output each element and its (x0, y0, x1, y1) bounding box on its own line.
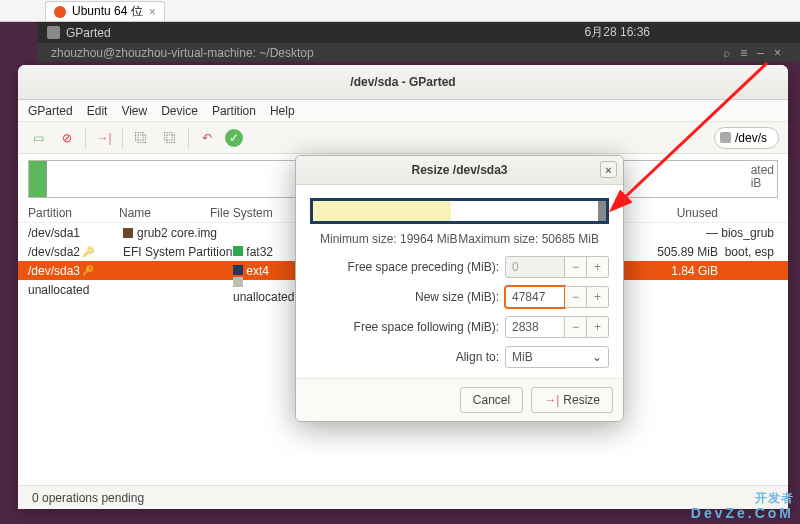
decrement-button[interactable]: − (565, 286, 587, 308)
min-size-label: Minimum size: 19964 MiB (320, 232, 457, 246)
increment-button[interactable]: + (587, 286, 609, 308)
disk-right-l2: iB (751, 177, 774, 190)
apply-icon[interactable]: ✓ (225, 129, 243, 147)
browser-tab[interactable]: Ubuntu 64 位 × (45, 1, 165, 21)
newsize-input[interactable] (505, 286, 565, 308)
menu-partition[interactable]: Partition (212, 104, 256, 118)
key-icon: 🔑 (82, 265, 94, 276)
device-selector[interactable]: /dev/s (714, 127, 779, 149)
fs-label: fat32 (246, 245, 273, 259)
partition-used: 1.84 GiB (612, 264, 718, 278)
menu-icon[interactable]: ≡ (740, 46, 747, 60)
cancel-button[interactable]: Cancel (460, 387, 523, 413)
partition-used: — (612, 226, 718, 240)
max-size-label: Maximum size: 50685 MiB (458, 232, 599, 246)
search-icon[interactable]: ⌕ (723, 46, 730, 60)
watermark-en: DevZe.CoM (691, 506, 794, 520)
ubuntu-top-bar: GParted 6月28 16:36 (37, 22, 800, 43)
paste-icon[interactable]: ⿻ (159, 127, 181, 149)
arrow-right-icon: →| (544, 393, 559, 407)
new-partition-icon[interactable]: ▭ (27, 127, 49, 149)
partition-used: 505.89 MiB (612, 245, 718, 259)
partition-name: EFI System Partition (123, 245, 232, 259)
terminal-title: zhouzhou@zhouzhou-virtual-machine: ~/Des… (51, 46, 314, 60)
col-flags[interactable] (718, 206, 778, 220)
watermark: 开发者 DevZe.CoM (691, 484, 794, 520)
partition-flags: bios_grub (718, 226, 778, 240)
chevron-down-icon: ⌄ (592, 350, 602, 364)
copy-icon[interactable]: ⿻ (130, 127, 152, 149)
resize-preview[interactable] (310, 198, 609, 224)
dialog-form: Free space preceding (MiB): −+ New size … (296, 252, 623, 378)
top-bar-app-name: GParted (66, 26, 111, 40)
partition-dev: /dev/sda3 (28, 264, 80, 278)
fs-label: grub2 core.img (137, 226, 217, 240)
watermark-cn: 开发者 (755, 491, 794, 505)
menu-view[interactable]: View (121, 104, 147, 118)
menu-help[interactable]: Help (270, 104, 295, 118)
preview-free-segment (451, 201, 598, 221)
fs-color-icon (233, 265, 243, 275)
status-text: 0 operations pending (32, 491, 144, 505)
ubuntu-icon (54, 6, 66, 18)
separator (85, 128, 86, 148)
resize-handle-icon[interactable] (598, 201, 606, 221)
following-input[interactable] (505, 316, 565, 338)
decrement-button[interactable]: − (565, 316, 587, 338)
fs-color-icon (233, 246, 243, 256)
col-unused[interactable]: Unused (628, 206, 718, 220)
close-icon[interactable]: × (774, 46, 781, 60)
align-value: MiB (512, 350, 533, 364)
menu-edit[interactable]: Edit (87, 104, 108, 118)
browser-tab-label: Ubuntu 64 位 (72, 3, 143, 20)
fs-label: unallocated (233, 290, 294, 304)
col-name[interactable]: Name (119, 206, 210, 220)
separator (122, 128, 123, 148)
disk-segment-boot (29, 161, 47, 197)
close-icon[interactable]: × (149, 5, 156, 19)
fs-color-icon (123, 228, 133, 238)
decrement-button: − (565, 256, 587, 278)
col-filesystem[interactable]: File System (210, 206, 304, 220)
partition-dev: /dev/sda1 (28, 226, 80, 240)
dialog-title-bar: Resize /dev/sda3 × (296, 156, 623, 185)
col-partition[interactable]: Partition (28, 206, 119, 220)
status-bar: 0 operations pending (18, 485, 788, 509)
undo-icon[interactable]: ↶ (196, 127, 218, 149)
preview-used-segment (313, 201, 451, 221)
terminal-title-bar: zhouzhou@zhouzhou-virtual-machine: ~/Des… (37, 43, 800, 62)
resize-icon[interactable]: →| (93, 127, 115, 149)
fs-color-icon (233, 277, 243, 287)
delete-icon[interactable]: ⊘ (56, 127, 78, 149)
dialog-title: Resize /dev/sda3 (411, 163, 507, 177)
resize-dialog: Resize /dev/sda3 × Minimum size: 19964 M… (295, 155, 624, 422)
separator (188, 128, 189, 148)
increment-button[interactable]: + (587, 316, 609, 338)
partition-flags: boot, esp (718, 245, 778, 259)
disk-icon (720, 132, 731, 143)
align-select[interactable]: MiB ⌄ (505, 346, 609, 368)
newsize-label: New size (MiB): (310, 290, 505, 304)
following-label: Free space following (MiB): (310, 320, 505, 334)
menu-gparted[interactable]: GParted (28, 104, 73, 118)
align-label: Align to: (310, 350, 505, 364)
preceding-input (505, 256, 565, 278)
preceding-label: Free space preceding (MiB): (310, 260, 505, 274)
tool-bar: ▭ ⊘ →| ⿻ ⿻ ↶ ✓ /dev/s (18, 122, 788, 154)
key-icon: 🔑 (82, 246, 94, 257)
gparted-app-icon (47, 26, 60, 39)
clock: 6月28 16:36 (585, 24, 650, 41)
close-button[interactable]: × (600, 161, 617, 178)
device-selector-label: /dev/s (735, 131, 767, 145)
browser-tab-bar: Ubuntu 64 位 × (0, 0, 800, 22)
partition-dev: unallocated (28, 283, 89, 297)
resize-button[interactable]: →|Resize (531, 387, 613, 413)
menu-bar: GParted Edit View Device Partition Help (18, 100, 788, 122)
minimize-icon[interactable]: – (757, 46, 764, 60)
menu-device[interactable]: Device (161, 104, 198, 118)
window-title: /dev/sda - GParted (18, 65, 788, 100)
increment-button: + (587, 256, 609, 278)
partition-dev: /dev/sda2 (28, 245, 80, 259)
